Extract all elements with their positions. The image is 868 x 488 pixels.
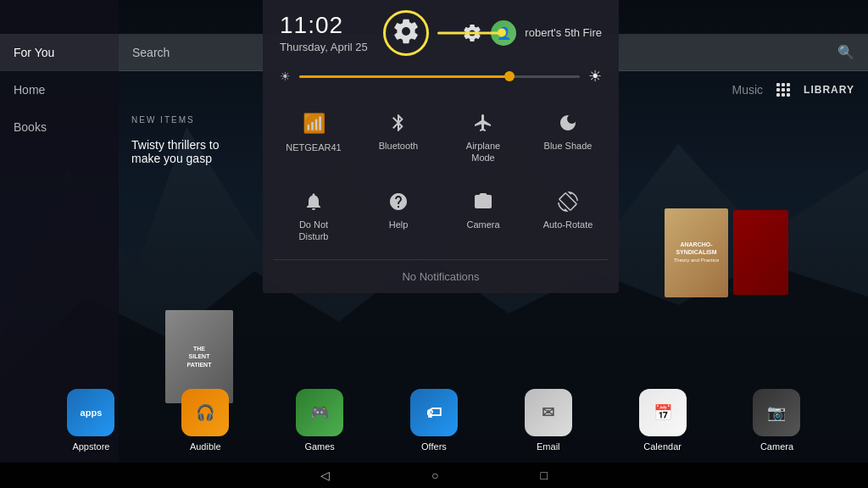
app-appstore[interactable]: apps Appstore (67, 389, 114, 452)
offers-label: Offers (421, 441, 447, 452)
app-email[interactable]: ✉ Email (525, 389, 572, 452)
book-sample1 (733, 210, 788, 295)
featured-text: Twisty thrillers to make you gasp (131, 138, 233, 165)
toggle-help[interactable]: Help (358, 181, 439, 253)
brightness-thumb[interactable] (504, 71, 515, 81)
qs-settings-main-gear[interactable] (392, 17, 420, 49)
airplane-label: AirplaneMode (466, 140, 500, 164)
right-books: ANARCHO-SYNDICALISMTheory and Practice (665, 102, 851, 403)
qs-header: 11:02 Thursday, April 25 👤 robert's 5th … (263, 0, 619, 60)
no-notifications-text: No Notifications (402, 270, 479, 283)
recent-button[interactable]: □ (541, 469, 548, 482)
sidebar-item-books[interactable]: Books (0, 108, 119, 146)
wifi-label: NETGEAR41 (286, 141, 341, 153)
camera-dock-icon: 📷 (753, 389, 800, 436)
bluetooth-icon (388, 113, 409, 133)
camera-label-dock: Camera (760, 441, 793, 452)
back-button[interactable]: ◁ (320, 469, 330, 482)
sidebar-item-foryou[interactable]: For You (0, 34, 119, 71)
dnd-icon (303, 191, 324, 212)
music-tab[interactable]: Music (732, 83, 764, 97)
autorotate-label: Auto-Rotate (543, 219, 593, 230)
gear-arrow-indicator (437, 31, 505, 34)
brightness-control[interactable]: ☀ ☀ (263, 60, 619, 96)
app-camera[interactable]: 📷 Camera (753, 389, 800, 452)
email-label: Email (537, 441, 560, 452)
blue-shade-label: Blue Shade (544, 140, 593, 152)
qs-toggles-row1: 📶 NETGEAR41 Bluetooth AirplaneMode Blue … (263, 96, 619, 181)
qs-notifications: No Notifications (263, 260, 619, 293)
app-audible[interactable]: 🎧 Audible (181, 389, 229, 452)
dnd-label: Do NotDisturb (299, 219, 329, 243)
email-icon: ✉ (525, 389, 572, 436)
brightness-fill (299, 75, 509, 78)
toggle-auto-rotate[interactable]: Auto-Rotate (527, 181, 609, 253)
grid-icon (776, 83, 790, 97)
toggle-bluetooth[interactable]: Bluetooth (358, 103, 439, 175)
audible-icon: 🎧 (181, 389, 229, 436)
qs-time: 11:02 (280, 12, 368, 39)
toggle-wifi[interactable]: 📶 NETGEAR41 (273, 103, 354, 175)
toggle-do-not-disturb[interactable]: Do NotDisturb (273, 181, 354, 253)
appstore-label: Appstore (72, 441, 109, 452)
brightness-track[interactable] (299, 75, 580, 78)
calendar-icon: 📅 (639, 389, 687, 436)
home-button[interactable]: ○ (431, 469, 438, 482)
games-label: Games (304, 441, 334, 452)
toggle-airplane-mode[interactable]: AirplaneMode (442, 103, 524, 175)
brightness-low-icon: ☀ (280, 69, 291, 83)
blue-shade-icon (558, 113, 578, 133)
qs-toggles-row2: Do NotDisturb Help Camera Auto-Rotate (263, 181, 619, 260)
audible-label: Audible (190, 441, 221, 452)
qs-date: Thursday, April 25 (280, 41, 368, 53)
app-calendar[interactable]: 📅 Calendar (639, 389, 687, 452)
qs-time-date: 11:02 Thursday, April 25 (280, 12, 368, 53)
nav-bar: ◁ ○ □ (0, 463, 868, 488)
library-tab[interactable]: LIBRARY (804, 84, 854, 96)
app-dock: apps Appstore 🎧 Audible 🎮 Games 🏷 Offers… (0, 378, 868, 463)
new-items-section: NEW ITEMS Twisty thrillers to make you g… (131, 108, 233, 165)
appstore-icon: apps (67, 389, 114, 436)
toggle-blue-shade[interactable]: Blue Shade (527, 103, 609, 175)
help-icon (388, 191, 409, 212)
calendar-label: Calendar (643, 441, 682, 452)
autorotate-icon (558, 191, 578, 212)
app-games[interactable]: 🎮 Games (296, 389, 343, 452)
qs-device-name: robert's 5th Fire (525, 26, 602, 39)
search-icon[interactable]: 🔍 (837, 44, 854, 60)
app-offers[interactable]: 🏷 Offers (410, 389, 458, 452)
gear-icon-main (392, 17, 420, 46)
camera-toggle-icon (473, 191, 493, 212)
toggle-camera[interactable]: Camera (442, 181, 524, 253)
wifi-symbol: 📶 (303, 113, 326, 135)
camera-label: Camera (466, 219, 499, 230)
games-icon: 🎮 (296, 389, 343, 436)
bluetooth-label: Bluetooth (379, 140, 418, 152)
airplane-icon (473, 113, 493, 133)
quick-settings-panel: 11:02 Thursday, April 25 👤 robert's 5th … (263, 0, 619, 293)
book-anarcho: ANARCHO-SYNDICALISMTheory and Practice (665, 208, 728, 297)
help-label: Help (389, 219, 409, 230)
brightness-high-icon: ☀ (588, 67, 602, 86)
offers-icon: 🏷 (410, 389, 458, 436)
new-items-label: NEW ITEMS (131, 108, 233, 131)
